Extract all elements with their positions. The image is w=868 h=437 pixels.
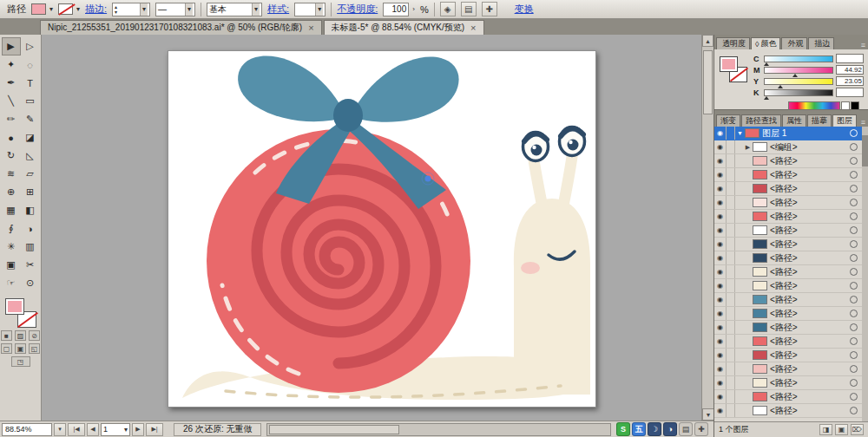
expand-caret-icon[interactable]: ▶ xyxy=(744,144,752,151)
visibility-eye-icon[interactable]: ◉ xyxy=(714,293,727,306)
next-page-icon[interactable]: ▶ xyxy=(132,423,144,436)
moon-icon[interactable]: ☽ xyxy=(648,422,661,436)
lock-cell[interactable] xyxy=(727,390,735,403)
channel-value[interactable] xyxy=(836,54,864,63)
artboard[interactable] xyxy=(168,50,596,408)
layer-thumbnail[interactable] xyxy=(753,253,767,263)
panel-tab[interactable]: 描摹 xyxy=(807,114,832,127)
layer-label[interactable]: <路径> xyxy=(770,183,850,195)
layer-thumbnail[interactable] xyxy=(753,281,767,290)
close-icon[interactable]: × xyxy=(470,23,476,33)
layer-thumbnail[interactable] xyxy=(753,406,767,415)
channel-value[interactable] xyxy=(836,88,864,97)
pencil-tool[interactable]: ✎ xyxy=(21,110,40,128)
layer-thumbnail[interactable] xyxy=(753,170,767,179)
layer-row[interactable]: ◉ <路径> xyxy=(714,210,862,224)
visibility-eye-icon[interactable]: ◉ xyxy=(714,154,727,167)
layer-thumbnail[interactable] xyxy=(753,350,767,360)
scroll-down-icon[interactable]: ▼ xyxy=(702,408,714,421)
scrollbar-thumb[interactable] xyxy=(862,135,868,166)
layer-label[interactable]: <路径> xyxy=(770,238,850,251)
new-layer-button[interactable]: ▣ xyxy=(835,424,848,435)
lock-cell[interactable] xyxy=(727,265,735,278)
lock-cell[interactable] xyxy=(727,251,735,264)
line-tool[interactable]: ╲ xyxy=(2,92,21,110)
lock-cell[interactable] xyxy=(727,376,735,389)
layer-label[interactable]: <路径> xyxy=(770,294,850,306)
layer-row[interactable]: ◉ <路径> xyxy=(714,224,862,238)
panel-tab[interactable]: 透明度 xyxy=(716,37,750,49)
wubi-mode-icon[interactable]: 五 xyxy=(632,422,646,436)
prev-page-icon[interactable]: ◀ xyxy=(87,423,99,436)
lock-cell[interactable] xyxy=(727,404,735,417)
layer-label[interactable]: <路径> xyxy=(770,349,850,362)
channel-value[interactable]: 44.92 xyxy=(836,65,864,75)
half-width-icon[interactable]: ◑ xyxy=(663,422,677,436)
fill-color-swatch[interactable] xyxy=(31,3,46,15)
layer-label[interactable]: <路径> xyxy=(770,377,850,389)
layer-label[interactable]: <路径> xyxy=(770,211,850,223)
layer-thumbnail[interactable] xyxy=(753,212,767,221)
lock-cell[interactable] xyxy=(727,182,735,195)
target-circle-icon[interactable] xyxy=(850,365,858,373)
style-combo[interactable]: ▾ xyxy=(294,3,326,16)
target-circle-icon[interactable] xyxy=(850,240,858,248)
stroke-panel-link[interactable]: 描边: xyxy=(85,3,107,16)
layer-label[interactable]: <路径> xyxy=(770,336,850,348)
lock-cell[interactable] xyxy=(727,335,735,348)
layer-label[interactable]: <路径> xyxy=(770,280,850,292)
soft-keyboard-icon[interactable]: ▤ xyxy=(679,422,693,436)
layer-row[interactable]: ◉ <路径> xyxy=(714,293,862,307)
free-transform-tool[interactable]: ▱ xyxy=(21,165,40,183)
document-tab-1[interactable]: Nipic_21255351_20190123170108321083.ai* … xyxy=(40,20,322,35)
snail-shell[interactable] xyxy=(207,129,470,393)
layer-label[interactable]: <编组> xyxy=(770,141,850,153)
layer-thumbnail[interactable] xyxy=(753,198,767,207)
panel-tab[interactable]: 图层 xyxy=(832,114,857,127)
none-button[interactable]: ⊘ xyxy=(29,330,40,341)
width-tool[interactable]: ≋ xyxy=(2,165,21,183)
target-circle-icon[interactable] xyxy=(850,226,858,234)
zoom-tool[interactable]: ⊙ xyxy=(21,274,40,292)
eye-stalk-left[interactable] xyxy=(534,160,542,207)
paintbrush-tool[interactable]: ✏ xyxy=(2,110,21,128)
layer-thumbnail[interactable] xyxy=(745,128,760,138)
slider-marker[interactable] xyxy=(792,74,798,77)
layer-label[interactable]: 图层 1 xyxy=(762,127,850,140)
sogou-input-icon[interactable]: S xyxy=(616,422,630,436)
target-circle-icon[interactable] xyxy=(850,129,858,137)
chevron-down-icon[interactable]: ▾ xyxy=(49,5,53,13)
slice-tool[interactable]: ✂ xyxy=(21,256,40,274)
rotate-tool[interactable]: ↻ xyxy=(2,147,21,165)
draw-normal-button[interactable]: ▢ xyxy=(1,343,12,354)
layer-row[interactable]: ◉ <路径> xyxy=(714,390,862,404)
target-circle-icon[interactable] xyxy=(850,351,858,359)
opacity-input[interactable]: 100 xyxy=(383,3,409,16)
fill-swatch[interactable] xyxy=(720,56,738,72)
eye-right[interactable] xyxy=(560,127,585,156)
selection-tool[interactable]: ▶ xyxy=(2,37,21,55)
slider-marker[interactable] xyxy=(778,85,783,88)
layer-row[interactable]: ◉ <路径> xyxy=(714,404,862,418)
color-button[interactable]: ■ xyxy=(1,330,12,341)
target-circle-icon[interactable] xyxy=(850,323,858,331)
eye-stalk-right[interactable] xyxy=(563,157,572,205)
lock-cell[interactable] xyxy=(727,168,735,181)
channel-slider[interactable] xyxy=(764,78,833,85)
layer-thumbnail[interactable] xyxy=(753,378,767,388)
lock-cell[interactable] xyxy=(727,349,735,362)
target-circle-icon[interactable] xyxy=(850,310,858,317)
layer-row[interactable]: ◉ <路径> xyxy=(714,279,862,293)
panel-tab[interactable]: 渐变 xyxy=(716,114,740,127)
layer-label[interactable]: <路径> xyxy=(770,266,850,278)
target-circle-icon[interactable] xyxy=(850,212,858,220)
lock-cell[interactable] xyxy=(727,279,735,292)
layer-row[interactable]: ◉ <路径> xyxy=(714,349,862,362)
canvas-vertical-scrollbar[interactable]: ▲ ▼ xyxy=(701,35,713,421)
recolor-artwork-icon[interactable]: ◈ xyxy=(440,2,456,16)
layer-label[interactable]: <路径> xyxy=(770,252,850,264)
layer-row[interactable]: ◉ ▼ 图层 1 xyxy=(714,127,862,140)
lock-cell[interactable] xyxy=(727,238,735,251)
type-tool[interactable]: T xyxy=(21,74,40,92)
layer-label[interactable]: <路径> xyxy=(770,225,850,237)
